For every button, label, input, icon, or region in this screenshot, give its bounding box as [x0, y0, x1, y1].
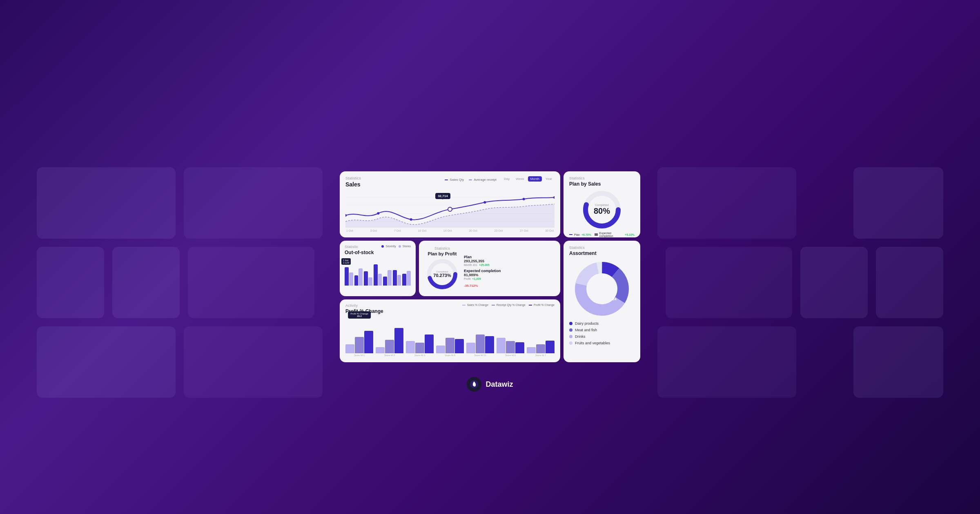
sales-card-info: Statistics Sales: [345, 176, 445, 188]
sales-qty-dot: [445, 179, 448, 180]
plan-sales-label: Statistics: [569, 176, 635, 180]
pb-2-0: [406, 341, 415, 353]
pb-2-1: [415, 343, 424, 353]
legend-drinks: Drinks: [569, 335, 635, 339]
oos-bar-stores-2: [368, 277, 372, 286]
x-label-1: 1 Oct: [346, 229, 353, 232]
branding-area: Datawiz: [467, 377, 513, 392]
oos-bar-severity-6: [402, 274, 406, 286]
svg-point-5: [377, 212, 379, 215]
oos-bar-0: 1 bar 2.120: [345, 267, 353, 286]
assortment-donut-area: 11 24: [569, 260, 635, 317]
oos-bar-6: [402, 271, 411, 286]
plan-profit-stats: Plan 293,255,355 Month 201 +25.005 Expec…: [464, 245, 555, 292]
oos-info: Statistic Out-of-stock: [345, 245, 374, 255]
svg-point-10: [553, 196, 555, 199]
oos-bar-stores-4: [388, 270, 392, 286]
pb-5-1: [506, 341, 515, 353]
profit-label: Activity: [345, 304, 383, 308]
assortment-label: Statistics: [569, 246, 635, 250]
expected-section: Expected completion 81,989% Profit +1,00…: [464, 269, 555, 288]
pb-1-1: [385, 340, 394, 353]
x-label-5: 14 Oct: [443, 229, 452, 232]
plan-profit-donut-area: Statistics Plan by Profit Completed: [424, 245, 461, 292]
sales-change-dot: [462, 305, 466, 306]
neg-indicator: -35.712%: [464, 281, 555, 288]
oos-bar-5: [393, 270, 401, 286]
dairy-pct: 11: [603, 274, 607, 278]
x-label-6: 20 Oct: [469, 229, 477, 232]
profit-bars-0: [345, 323, 373, 353]
brand-name: Datawiz: [486, 380, 513, 389]
tab-year[interactable]: Year: [543, 176, 555, 182]
oos-bar-1: [354, 268, 363, 286]
drinks-dot: [569, 335, 572, 338]
oos-bar-chart: 1 bar 2.120: [345, 257, 411, 286]
sales-card: Statistics Sales Sales Qty: [340, 171, 560, 237]
assortment-donut: 11 24: [573, 260, 630, 317]
brand-logo: [467, 377, 481, 392]
datawiz-logo-icon: [470, 380, 479, 389]
oos-stores: Stores: [399, 245, 411, 248]
profit-x-2: Store M.3: [414, 354, 425, 357]
right-column: Statistics Plan by Sales Completed: [564, 171, 640, 362]
stores-dot: [399, 245, 401, 248]
tab-month[interactable]: Month: [528, 176, 542, 182]
assortment-donut-svg: [573, 260, 630, 317]
assortment-info: Statistics Assortment: [569, 246, 635, 256]
pb-3-1: [445, 338, 454, 353]
pb-6-2: [546, 341, 555, 353]
pb-6-1: [536, 344, 545, 353]
sales-legend-qty: Sales Qty: [445, 178, 464, 182]
profit-bar-group-0: Profit % Change 29.2 Store M.1: [345, 323, 373, 357]
profit-x-5: Store M.6: [505, 354, 516, 357]
oos-bar-stores-5: [397, 275, 401, 286]
expected-indicator: Expected completion +5.10%: [595, 232, 635, 237]
pb-4-2: [485, 336, 494, 353]
plan-profit-donut: Completed 70.273%: [426, 258, 459, 290]
profit-legend-sales: Sales % Change: [462, 304, 488, 306]
profit-bar-group-5: Store M.6: [497, 323, 524, 357]
sales-x-axis: 1 Oct 3 Oct 7 Oct 10 Oct 14 Oct 20 Oct 2…: [345, 229, 555, 232]
profit-bar-group-1: Store M.2: [376, 323, 403, 357]
tab-day[interactable]: Day: [501, 176, 512, 182]
profit-x-1: Store M.2: [384, 354, 395, 357]
legend-fruits: Fruits and vegetables: [569, 341, 635, 345]
oos-bar-severity-5: [393, 270, 397, 286]
profit-tooltip: Profit % Change 29.2: [348, 311, 371, 319]
dairy-dot: [569, 322, 572, 325]
sales-card-label: Statistics: [345, 176, 445, 180]
fruits-dot: [569, 341, 572, 345]
profit-legend: Sales % Change Receipt Qty % Change Prof…: [462, 304, 555, 306]
profit-x-0: Store M.1: [354, 354, 365, 357]
plan-sales-indicators: Plan +6.70% Expected completion +5.10%: [569, 232, 635, 237]
sales-card-header: Statistics Sales Sales Qty: [345, 176, 555, 188]
sales-receipt-dot: [469, 179, 472, 180]
pb-2-2: [425, 335, 434, 353]
profit-x-3: Store M.4: [445, 354, 455, 357]
pb-1-0: [376, 347, 385, 353]
meat-dot: [569, 328, 572, 332]
sales-legend-receipt: Average receipt: [469, 178, 497, 182]
profit-bars-1: [376, 323, 403, 353]
plan-sales-center: Completed 80%: [594, 204, 610, 216]
meat-pct: 24: [612, 297, 617, 301]
x-label-4: 10 Oct: [418, 229, 426, 232]
profit-bar-group-2: Store M.3: [406, 323, 434, 357]
plan-sales-title: Plan by Sales: [569, 181, 635, 187]
profit-bar-group-4: Store M.12: [466, 323, 494, 357]
pb-5-0: [497, 338, 506, 353]
pb-4-0: [466, 343, 475, 353]
row2: Statistic Out-of-stock Severity: [340, 241, 560, 296]
plan-profit-title: Plan by Profit: [428, 251, 457, 256]
tab-week[interactable]: Week: [513, 176, 526, 182]
assortment-card: Statistics Assortment: [564, 241, 640, 362]
x-label-2: 3 Oct: [370, 229, 377, 232]
sales-tabs: Day Week Month Year: [501, 176, 555, 182]
pb-0-0: [345, 344, 354, 353]
severity-dot: [381, 245, 384, 248]
pb-3-0: [436, 346, 445, 353]
plan-sales-donut: Completed 80%: [581, 189, 622, 230]
expected-dot: [595, 233, 598, 236]
oos-bar-severity-0: [345, 267, 349, 286]
